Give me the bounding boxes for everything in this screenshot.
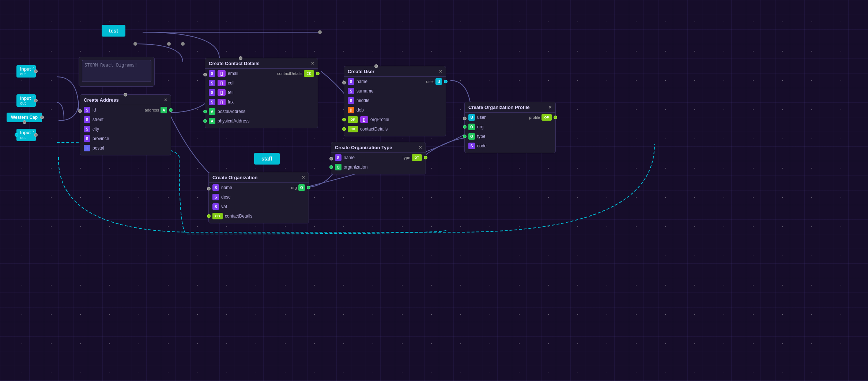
badge-i-postal: I — [84, 145, 90, 151]
input3-bottom: out — [20, 135, 26, 140]
create-address-row-street: S street — [80, 115, 171, 124]
create-org-title: Create Organization — [212, 175, 258, 180]
create-org-header[interactable]: Create Organization × — [209, 172, 309, 183]
field-profile-code: code — [477, 143, 487, 148]
field-org-name: name — [221, 185, 232, 190]
user-port-right — [444, 80, 448, 83]
orgprofile-row-org: O org — [465, 122, 555, 132]
user-row-dob: D dob — [344, 105, 446, 115]
orgprofile-row-type: O type — [465, 132, 555, 141]
create-org-type-header[interactable]: Create Organization Type × — [331, 142, 426, 153]
create-org-profile-node: Create Organization Profile × U user pro… — [464, 102, 556, 153]
orgtype-row-name: S name type OT — [331, 153, 426, 162]
storm-node: STORM React Digrams! — [79, 57, 155, 87]
western-port-right — [40, 116, 44, 119]
field-middle: middle — [356, 98, 369, 103]
create-org-type-title: Create Organization Type — [335, 145, 392, 150]
contact-row-tell: S [] tell — [205, 88, 318, 97]
create-contact-header[interactable]: Create Contact Details × — [205, 58, 318, 69]
orgprofile-port-right — [554, 116, 557, 119]
input3-close[interactable]: × — [32, 129, 34, 133]
output-user: user U — [426, 78, 442, 85]
field-orgtype-org: organization — [344, 165, 367, 170]
org-port-right — [307, 186, 310, 189]
create-user-node: Create User × S name user U S surname S … — [344, 66, 446, 136]
field-physical-addr: physicalAddress — [218, 118, 249, 124]
test-label-node[interactable]: test — [102, 25, 125, 37]
orgtype-org-port-left — [329, 165, 333, 169]
create-address-port-top — [124, 93, 127, 97]
input-node-2[interactable]: × Input out — [16, 94, 36, 107]
input2-close[interactable]: × — [32, 95, 34, 99]
test-label-text: test — [109, 28, 118, 34]
address-port-right — [169, 108, 173, 112]
contactdetails-port-left — [342, 127, 346, 131]
create-address-close[interactable]: × — [164, 97, 167, 103]
org-row-vat: S vat — [209, 202, 309, 211]
field-tell: tell — [228, 90, 233, 95]
output-address: address A — [145, 107, 167, 113]
create-org-profile-header[interactable]: Create Organization Profile × — [465, 102, 555, 113]
orgprofile-row-code: S code — [465, 141, 555, 151]
create-address-node: Create Address × S id address A S street… — [80, 94, 171, 155]
profile-org-port-left — [463, 125, 467, 129]
field-user-name: name — [356, 79, 367, 84]
input-node-1[interactable]: × Input out — [16, 65, 36, 78]
profile-type-port-left — [463, 135, 467, 138]
create-address-title: Create Address — [84, 97, 119, 103]
field-orgtype-name: name — [344, 155, 355, 160]
create-address-row-postal: I postal — [80, 143, 171, 153]
field-orgprofile: orgProfile — [370, 117, 389, 122]
badge-s-id: S — [84, 107, 90, 113]
user-row-middle: S middle — [344, 96, 446, 105]
staff-label-node[interactable]: staff — [254, 153, 280, 165]
create-contact-title: Create Contact Details — [209, 61, 260, 66]
org-row-desc: S desc — [209, 192, 309, 202]
field-vat: vat — [221, 204, 227, 209]
create-org-type-close[interactable]: × — [419, 144, 422, 150]
western-cap-text: Western Cap — [11, 115, 38, 120]
create-org-profile-close[interactable]: × — [549, 104, 552, 110]
input1-close[interactable]: × — [32, 66, 34, 70]
orgprofile-port-left — [342, 118, 346, 121]
field-cell: cell — [228, 80, 234, 86]
badge-s-street: S — [84, 116, 90, 123]
field-postal: postal — [93, 146, 104, 151]
user-row-orgprofile: OP [] orgProfile — [344, 115, 446, 124]
org-contact-port-left — [207, 214, 211, 218]
create-contact-close[interactable]: × — [311, 60, 314, 66]
create-address-row-id: S id address A — [80, 105, 171, 115]
create-user-title: Create User — [348, 69, 374, 74]
input1-top: Input — [20, 67, 31, 72]
output-type: type OT — [403, 154, 422, 161]
field-profile-org: org — [477, 124, 483, 129]
western-cap-node[interactable]: Western Cap — [7, 113, 42, 122]
orgtype-row-org: O organization — [331, 162, 426, 172]
field-profile-type: type — [477, 134, 486, 139]
field-desc: desc — [221, 195, 230, 200]
create-organization-node: Create Organization × S name org O S des… — [208, 172, 309, 223]
field-city: city — [93, 127, 99, 132]
field-dob: dob — [356, 107, 364, 113]
field-province: province — [93, 136, 109, 141]
contact-row-email: S [] email contactDetails CD — [205, 69, 318, 78]
contact-port-right — [316, 72, 320, 75]
create-contact-details-node: Create Contact Details × S [] email cont… — [205, 58, 318, 128]
storm-textarea[interactable]: STORM React Digrams! — [82, 60, 151, 82]
physical-addr-port-left — [203, 119, 207, 123]
field-email: email — [228, 71, 238, 76]
input-node-3[interactable]: × Input out — [16, 129, 36, 141]
field-street: street — [93, 117, 103, 122]
user-row-name: S name user U — [344, 77, 446, 86]
create-org-close[interactable]: × — [302, 174, 305, 180]
field-postal-addr: postalAddress — [218, 109, 245, 114]
output-profile: profile OP — [529, 114, 552, 121]
contact-row-cell: S [] cell — [205, 78, 318, 88]
create-user-close[interactable]: × — [439, 68, 442, 74]
org-row-contactdetails: CD contactDetails — [209, 211, 309, 221]
create-org-type-node: Create Organization Type × S name type O… — [331, 142, 426, 174]
staff-label-text: staff — [261, 156, 272, 162]
contact-row-postal: A postalAddress — [205, 107, 318, 116]
create-user-header[interactable]: Create User × — [344, 66, 446, 77]
field-contact-details: contactDetails — [360, 127, 388, 132]
